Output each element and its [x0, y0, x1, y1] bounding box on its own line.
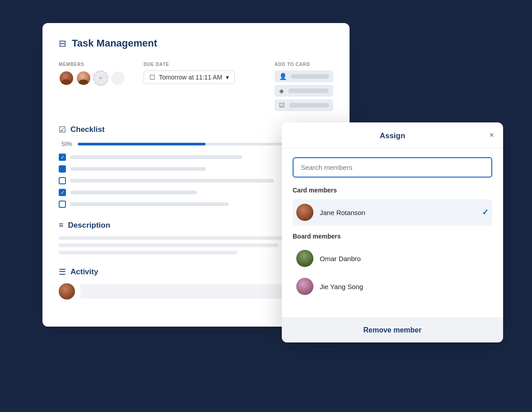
checkbox-2	[59, 165, 66, 173]
jane-check-icon: ✓	[482, 207, 489, 217]
due-date-label: DUE DATE	[144, 62, 235, 67]
close-button[interactable]: ×	[489, 131, 494, 139]
desc-line-3	[59, 251, 237, 254]
meta-row: MEMBERS + DUE DATE ☐ Tomorrow at 11:11	[59, 62, 333, 111]
add-to-card-items: 👤 ◈ ☑	[275, 70, 333, 111]
jane-avatar-face	[296, 204, 313, 221]
add-to-card-item-3[interactable]: ☑	[275, 99, 333, 111]
due-date-value: Tomorrow at 11:11 AM	[159, 74, 222, 81]
task-management-icon: ⊟	[59, 38, 66, 49]
avatar-ghost	[110, 70, 126, 86]
card-members-label: Card members	[293, 187, 492, 194]
add-to-card-item-1[interactable]: 👤	[275, 70, 333, 82]
add-member-btn[interactable]: +	[93, 70, 108, 86]
checkbox-3[interactable]	[59, 177, 66, 184]
avatar-2[interactable]	[76, 70, 91, 86]
checklist-title: Checklist	[70, 125, 105, 134]
activity-avatar	[59, 283, 75, 300]
activity-title: Activity	[70, 267, 98, 276]
checklist-line-4	[70, 191, 197, 194]
omar-name: Omar Danbro	[320, 255, 489, 262]
checklist-line-3	[70, 179, 274, 183]
assign-title: Assign	[380, 131, 406, 140]
omar-avatar	[296, 250, 313, 267]
checklist-line-1	[70, 155, 242, 159]
description-title: Description	[68, 221, 111, 230]
remove-member-button[interactable]: Remove member	[282, 318, 503, 342]
member-item-omar[interactable]: Omar Danbro	[293, 245, 492, 272]
checklist-line-2	[70, 167, 206, 171]
members-label: MEMBERS	[59, 62, 126, 67]
avatar-2-face	[77, 71, 90, 85]
checklist-icon: ☑	[279, 102, 285, 109]
board-members-label: Board members	[293, 233, 492, 240]
due-date-button[interactable]: ☐ Tomorrow at 11:11 AM ▾	[144, 70, 235, 84]
members-icon: 👤	[279, 73, 287, 80]
desc-line-1	[59, 236, 320, 240]
jane-avatar	[296, 204, 313, 221]
jie-avatar	[296, 278, 313, 295]
activity-icon: ☰	[59, 267, 66, 277]
members-section: MEMBERS +	[59, 62, 126, 86]
checklist-line-5	[70, 202, 229, 206]
avatar-1[interactable]	[59, 70, 74, 86]
jane-name: Jane Rotanson	[320, 209, 476, 216]
progress-percent: 50%	[59, 141, 72, 147]
desc-line-2	[59, 243, 278, 247]
calendar-icon: ☐	[149, 74, 155, 81]
search-members-input[interactable]	[293, 157, 492, 178]
assign-panel: Assign × Card members Jane Rotanson ✓ Bo…	[282, 122, 503, 342]
card-header: ⊟ Task Management	[59, 37, 333, 49]
member-item-jie[interactable]: Jie Yang Song	[293, 273, 492, 300]
members-avatars: +	[59, 70, 126, 86]
member-item-jane[interactable]: Jane Rotanson ✓	[293, 199, 492, 225]
board-members-section: Board members Omar Danbro Jie Yang Song	[293, 233, 492, 300]
jie-avatar-face	[296, 278, 313, 295]
avatar-1-face	[60, 71, 73, 85]
due-date-section: DUE DATE ☐ Tomorrow at 11:11 AM ▾	[144, 62, 235, 84]
add-to-card-section: ADD TO CARD 👤 ◈ ☑	[275, 62, 333, 111]
checkbox-5[interactable]	[59, 201, 66, 208]
assign-header: Assign ×	[282, 122, 503, 148]
add-to-card-line-2	[289, 89, 329, 93]
description-icon: ≡	[59, 220, 64, 230]
assign-body: Card members Jane Rotanson ✓ Board membe…	[282, 148, 503, 310]
checkbox-1[interactable]: ✓	[59, 154, 66, 161]
jie-name: Jie Yang Song	[320, 283, 489, 290]
checkbox-4[interactable]: ✓	[59, 189, 66, 196]
chevron-down-icon: ▾	[226, 74, 229, 81]
omar-avatar-face	[296, 250, 313, 267]
add-to-card-label: ADD TO CARD	[275, 62, 333, 67]
label-icon: ◈	[279, 87, 284, 94]
add-to-card-item-2[interactable]: ◈	[275, 85, 333, 97]
add-to-card-line-3	[289, 103, 329, 108]
card-title: Task Management	[72, 37, 157, 49]
checklist-section-icon: ☑	[59, 125, 66, 135]
add-to-card-line-1	[291, 74, 329, 79]
progress-bar-fill	[78, 143, 205, 145]
